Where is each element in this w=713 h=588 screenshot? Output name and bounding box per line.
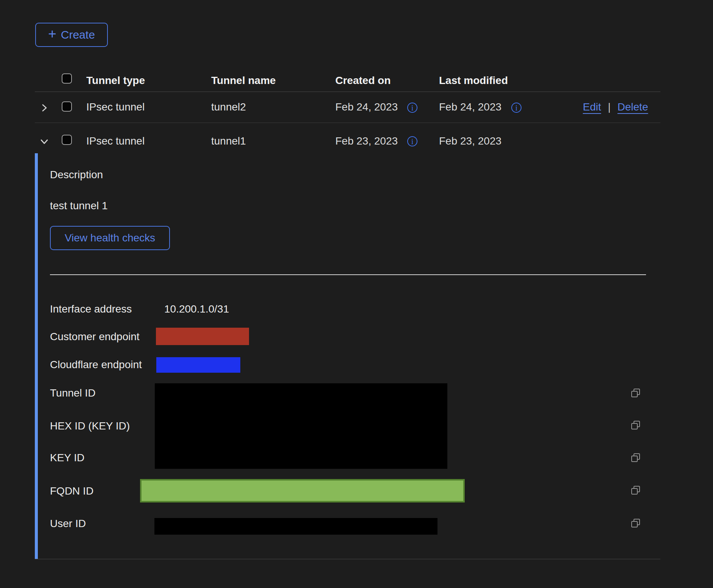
copy-key-id-button[interactable] — [630, 452, 642, 464]
cloudflare-endpoint-redacted-value — [156, 357, 240, 373]
created-on-value: Feb 24, 2023 — [335, 101, 398, 114]
plus-icon — [48, 28, 56, 41]
copy-icon — [630, 419, 642, 431]
hex-id-label: HEX ID (KEY ID) — [50, 420, 130, 432]
interface-address-value: 10.200.1.0/31 — [164, 303, 229, 316]
column-header-last-modified: Last modified — [439, 74, 508, 87]
tunnel-name-value: tunnel2 — [211, 101, 246, 114]
last-modified-value: Feb 24, 2023 — [439, 101, 501, 114]
description-value: test tunnel 1 — [50, 199, 108, 212]
tunnel-hex-key-id-redacted-values — [155, 383, 447, 469]
column-header-tunnel-name: Tunnel name — [211, 74, 276, 87]
action-separator: | — [608, 101, 610, 114]
fqdn-id-redacted-value — [140, 479, 465, 502]
table-bottom-divider — [35, 559, 660, 559]
row-actions: Edit | Delete — [583, 101, 648, 114]
fqdn-id-label: FQDN ID — [50, 485, 93, 498]
copy-icon — [630, 517, 642, 529]
copy-tunnel-id-button[interactable] — [630, 387, 642, 399]
tunnel-type-value: IPsec tunnel — [86, 135, 145, 148]
customer-endpoint-label: Customer endpoint — [50, 330, 140, 343]
delete-link[interactable]: Delete — [618, 101, 648, 114]
tunnel-id-label: Tunnel ID — [50, 387, 95, 400]
last-modified-value: Feb 23, 2023 — [439, 135, 501, 148]
user-id-label: User ID — [50, 517, 86, 530]
edit-link[interactable]: Edit — [583, 101, 601, 114]
created-on-info-icon[interactable] — [407, 103, 417, 113]
created-on-value: Feb 23, 2023 — [335, 135, 398, 148]
user-id-redacted-value — [154, 518, 437, 535]
collapse-row-button[interactable] — [38, 135, 50, 148]
create-button[interactable]: Create — [35, 23, 108, 47]
row-checkbox[interactable] — [62, 101, 72, 112]
copy-hex-id-button[interactable] — [630, 419, 642, 431]
tunnel-name-value: tunnel1 — [211, 135, 246, 148]
chevron-down-icon — [38, 135, 50, 148]
interface-address-label: Interface address — [50, 303, 132, 316]
tunnels-page: Create Tunnel type Tunnel name Created o… — [0, 0, 713, 588]
tunnel-type-value: IPsec tunnel — [86, 101, 145, 114]
row-divider — [35, 123, 660, 123]
copy-user-id-button[interactable] — [630, 517, 642, 529]
cloudflare-endpoint-label: Cloudflare endpoint — [50, 358, 142, 371]
created-on-info-icon[interactable] — [407, 136, 417, 146]
description-label: Description — [50, 168, 103, 181]
select-all-checkbox[interactable] — [62, 73, 72, 84]
customer-endpoint-redacted-value — [156, 328, 249, 345]
key-id-label: KEY ID — [50, 451, 84, 464]
row-checkbox[interactable] — [62, 135, 72, 145]
expand-row-button[interactable] — [38, 102, 50, 114]
create-button-label: Create — [61, 28, 95, 41]
column-header-created-on: Created on — [335, 74, 391, 87]
chevron-right-icon — [38, 102, 50, 114]
detail-section-divider — [50, 274, 646, 275]
column-header-tunnel-type: Tunnel type — [86, 74, 145, 87]
copy-fqdn-id-button[interactable] — [630, 484, 642, 496]
copy-icon — [630, 387, 642, 399]
copy-icon — [630, 484, 642, 496]
last-modified-info-icon[interactable] — [511, 103, 522, 113]
copy-icon — [630, 452, 642, 464]
header-divider — [35, 92, 660, 92]
expanded-row-accent-bar — [35, 153, 38, 559]
view-health-checks-button[interactable]: View health checks — [50, 226, 170, 250]
